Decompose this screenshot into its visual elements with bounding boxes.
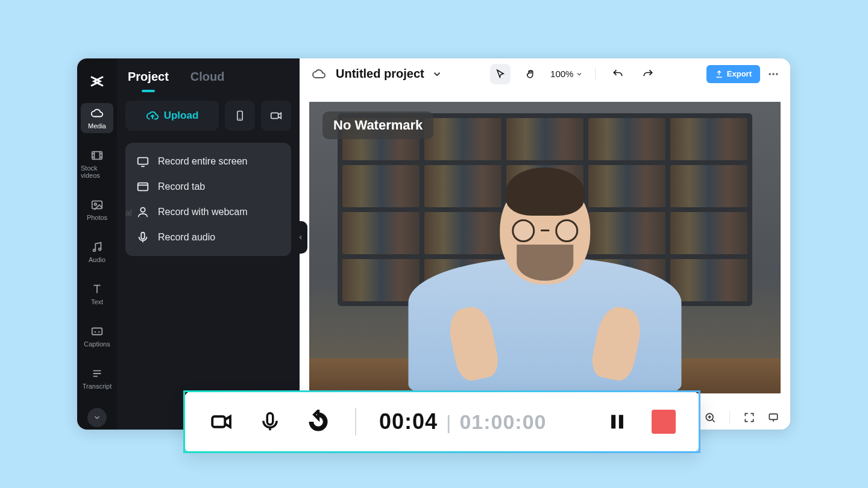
svg-point-3 (93, 249, 96, 252)
redo-icon (642, 68, 654, 80)
divider (729, 411, 730, 424)
present-button[interactable] (766, 410, 781, 425)
captions-icon (90, 325, 104, 338)
rail-item-media[interactable]: Media (81, 103, 113, 133)
main-area: Untitled project 100% (300, 58, 790, 430)
camera-icon (269, 109, 283, 122)
recorder-time: 00:04 | 01:00:00 (379, 409, 547, 434)
svg-rect-16 (769, 414, 777, 419)
panel-buttons: Upload (117, 95, 300, 137)
rail-item-captions[interactable]: Captions (81, 321, 113, 351)
hand-tool-button[interactable] (520, 64, 541, 84)
microphone-icon (259, 410, 281, 433)
film-icon (90, 149, 104, 162)
smartphone-icon (234, 110, 246, 122)
divider (355, 408, 356, 436)
recorder-stop-button[interactable] (652, 410, 676, 434)
dots-horizontal-icon (767, 68, 779, 80)
mobile-source-button[interactable] (225, 101, 255, 131)
record-with-webcam[interactable]: Record with webcam (130, 199, 286, 225)
rail-label: Media (88, 122, 106, 130)
svg-point-2 (94, 203, 96, 205)
rail-item-stock-videos[interactable]: Stock videos (81, 145, 113, 183)
music-icon (90, 240, 104, 254)
restart-icon (306, 410, 330, 434)
fullscreen-button[interactable] (742, 410, 756, 425)
upload-button[interactable]: Upload (125, 101, 219, 131)
rail-item-text[interactable]: Text (81, 279, 113, 309)
export-label: Export (727, 69, 752, 78)
svg-point-13 (772, 73, 774, 75)
transcript-icon (90, 367, 104, 380)
svg-point-12 (769, 73, 771, 75)
export-button[interactable]: Export (706, 65, 760, 83)
watermark-badge: No Watermark (322, 111, 433, 139)
topbar-left: Untitled project (309, 64, 442, 84)
tab-cloud[interactable]: Cloud (190, 70, 225, 84)
cloud-sync-icon[interactable] (309, 64, 329, 84)
record-source-button[interactable] (261, 101, 291, 131)
undo-button[interactable] (608, 64, 628, 84)
zoom-in-button[interactable] (703, 410, 717, 425)
recorder-right (603, 408, 676, 436)
rail-item-photos[interactable]: Photos (81, 195, 113, 225)
video-frame-illustration (309, 102, 781, 393)
undo-icon (612, 68, 624, 80)
elapsed-time: 00:04 (379, 409, 438, 434)
left-rail: Media Stock videos Photos Audio Text Cap… (77, 58, 117, 430)
cursor-icon (495, 69, 506, 80)
browser-tab-icon (136, 180, 149, 193)
rail-item-transcript[interactable]: Transcript (81, 363, 113, 393)
svg-rect-7 (271, 113, 278, 118)
tab-project[interactable]: Project (128, 70, 169, 84)
zoom-dropdown[interactable]: 100% (550, 69, 583, 79)
fullscreen-icon (743, 411, 755, 424)
menu-label: Record with webcam (158, 207, 248, 217)
panel-collapse-handle[interactable] (294, 221, 307, 254)
svg-point-4 (99, 248, 101, 251)
cloud-upload-icon (146, 109, 159, 122)
recorder-pause-button[interactable] (603, 408, 631, 436)
svg-rect-0 (92, 152, 102, 160)
record-audio[interactable]: Record audio (130, 225, 286, 250)
svg-point-14 (776, 73, 778, 75)
topbar: Untitled project 100% (300, 58, 790, 90)
cursor-tool-button[interactable] (490, 64, 511, 84)
media-panel: Project Cloud Upload al Record entire sc… (117, 58, 300, 430)
monitor-icon (136, 155, 149, 168)
topbar-right: Export (706, 65, 781, 83)
record-entire-screen[interactable]: Record entire screen (130, 149, 286, 174)
rail-label: Transcript (83, 383, 112, 390)
rail-expand-button[interactable] (87, 408, 107, 427)
topbar-center: 100% (490, 64, 658, 84)
text-icon (90, 283, 104, 296)
rail-label: Photos (87, 214, 107, 221)
project-title[interactable]: Untitled project (336, 67, 424, 81)
recorder-mic-button[interactable] (256, 408, 284, 436)
recorder-restart-button[interactable] (304, 408, 332, 436)
presentation-icon (767, 411, 779, 424)
rail-label: Text (91, 298, 103, 305)
cloud-icon (90, 107, 104, 120)
svg-rect-17 (212, 416, 225, 427)
app-window: Media Stock videos Photos Audio Text Cap… (77, 58, 790, 430)
rail-label: Audio (89, 256, 105, 263)
stop-icon (652, 410, 676, 434)
record-tab[interactable]: Record tab (130, 174, 286, 199)
svg-rect-5 (92, 328, 102, 335)
recorder-camera-button[interactable] (208, 408, 236, 436)
sidebar-hint-text: al (125, 208, 132, 217)
more-menu-button[interactable] (766, 67, 781, 81)
preview-area: No Watermark (300, 90, 790, 405)
rail-item-audio[interactable]: Audio (81, 237, 113, 267)
svg-rect-20 (619, 415, 623, 429)
recording-bar: 00:04 | 01:00:00 (183, 390, 700, 453)
camera-icon (209, 409, 234, 434)
menu-label: Record entire screen (158, 156, 248, 167)
chevron-down-icon (93, 413, 101, 422)
rail-label: Stock videos (81, 164, 113, 179)
hand-icon (525, 69, 536, 80)
redo-button[interactable] (638, 64, 658, 84)
video-preview[interactable]: No Watermark (309, 102, 781, 393)
chevron-down-icon[interactable] (432, 69, 442, 80)
